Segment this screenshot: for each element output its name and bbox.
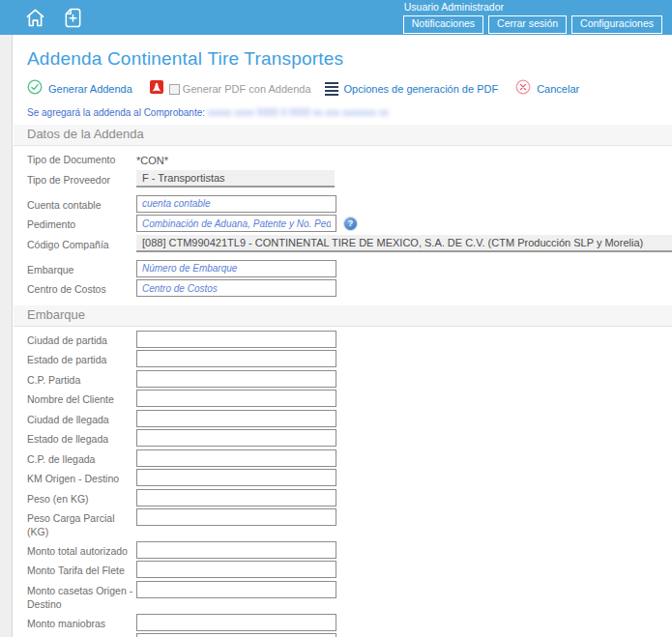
field-control-peso-en-kg bbox=[136, 489, 672, 507]
logout-button[interactable]: Cerrar sesión bbox=[488, 15, 567, 34]
field-label-centro-de-costos: Centro de Costos bbox=[27, 279, 136, 296]
field-label-km-origen-destino: KM Origen - Destino bbox=[27, 469, 136, 485]
input-monto-diesel[interactable] bbox=[136, 633, 336, 637]
input-peso-carga-parcial-kg[interactable] bbox=[136, 508, 336, 526]
generate-addenda-button[interactable]: Generar Addenda bbox=[27, 79, 132, 99]
section-title: Datos de la Addenda bbox=[27, 127, 144, 141]
field-label-codigo-compania: Código Compañía bbox=[27, 235, 136, 251]
pdf-options-button[interactable]: Opciones de generación de PDF bbox=[325, 82, 499, 97]
check-circle-icon bbox=[27, 79, 43, 99]
input-embarque[interactable] bbox=[136, 260, 336, 277]
field-label-peso-carga-parcial-kg: Peso Carga Parcial (KG) bbox=[27, 508, 136, 538]
input-estado-de-partida[interactable] bbox=[136, 350, 336, 367]
select-tipo-de-proveedor[interactable]: F - Transportistas bbox=[136, 170, 335, 188]
page-title: Addenda Continental Tire Transportes bbox=[14, 48, 672, 70]
left-sidebar-strip bbox=[0, 35, 13, 637]
field-label-monto-total-autorizado: Monto total autorizado bbox=[27, 541, 136, 558]
topbar-icons bbox=[23, 6, 84, 29]
form-row-monto-diesel: Monto Diesel bbox=[14, 633, 672, 637]
field-label-estado-de-partida: Estado de partida bbox=[27, 350, 136, 366]
field-label-pedimento: Pedimento bbox=[27, 215, 136, 231]
field-control-nombre-del-cliente bbox=[136, 390, 672, 407]
form-row-c-p-partida: C.P. Partida bbox=[14, 370, 672, 388]
field-control-cuenta-contable bbox=[136, 195, 672, 213]
input-monto-maniobras[interactable] bbox=[136, 614, 336, 631]
form-row-embarque: Embarque bbox=[14, 260, 672, 277]
form-row-monto-total-autorizado: Monto total autorizado bbox=[14, 541, 672, 559]
field-control-monto-maniobras bbox=[136, 614, 672, 631]
field-label-embarque: Embarque bbox=[27, 260, 136, 276]
field-control-monto-casetas-origen-destino bbox=[136, 581, 672, 598]
field-control-c-p-de-llegada bbox=[136, 449, 672, 467]
input-pedimento[interactable] bbox=[136, 215, 336, 232]
input-nombre-del-cliente[interactable] bbox=[136, 390, 336, 407]
field-control-tipo-de-documento: *CON* bbox=[136, 150, 672, 167]
topbar-user-area: Usuario Administrador Notificaciones Cer… bbox=[403, 0, 666, 37]
input-peso-en-kg[interactable] bbox=[136, 489, 336, 507]
field-control-monto-diesel bbox=[136, 633, 672, 637]
datos-rows: Tipo de Documento*CON*Tipo de ProveedorF… bbox=[14, 150, 672, 305]
section-header-datos: Datos de la Addenda bbox=[14, 125, 672, 146]
field-label-nombre-del-cliente: Nombre del Cliente bbox=[27, 390, 136, 406]
input-cuenta-contable[interactable] bbox=[136, 195, 336, 213]
field-control-c-p-partida bbox=[136, 370, 672, 388]
input-c-p-de-llegada[interactable] bbox=[136, 449, 336, 467]
field-label-ciudad-de-llegada: Ciudad de llegada bbox=[27, 410, 136, 426]
field-label-cuenta-contable: Cuenta contable bbox=[27, 195, 136, 212]
field-control-centro-de-costos bbox=[136, 279, 672, 297]
field-label-monto-tarifa-del-flete: Monto Tarifa del Flete bbox=[27, 561, 136, 577]
field-control-tipo-de-proveedor: F - Transportistas bbox=[136, 170, 672, 188]
form-row-cuenta-contable: Cuenta contable bbox=[14, 195, 672, 213]
field-control-km-origen-destino bbox=[136, 469, 672, 486]
form-row-tipo-de-proveedor: Tipo de ProveedorF - Transportistas bbox=[14, 170, 672, 188]
notifications-button[interactable]: Notificaciones bbox=[403, 15, 483, 34]
cancel-button[interactable]: Cancelar bbox=[515, 79, 579, 99]
field-label-tipo-de-documento: Tipo de Documento bbox=[27, 150, 136, 166]
embarque-rows: Ciudad de partidaEstado de partidaC.P. P… bbox=[14, 331, 672, 637]
topbar: Usuario Administrador Notificaciones Cer… bbox=[0, 0, 672, 35]
addenda-note: Se agregará la addenda al Comprobante: x… bbox=[14, 107, 672, 118]
input-centro-de-costos[interactable] bbox=[136, 279, 336, 297]
field-label-estado-de-llegada: Estado de llegada bbox=[27, 429, 136, 446]
input-monto-total-autorizado[interactable] bbox=[136, 541, 336, 559]
form-row-monto-casetas-origen-destino: Monto casetas Origen - Destino bbox=[14, 581, 672, 611]
toolbar: Generar Addenda Generar PDF con Addenda … bbox=[14, 79, 672, 99]
pdf-options-label: Opciones de generación de PDF bbox=[344, 83, 499, 95]
field-label-ciudad-de-partida: Ciudad de partida bbox=[27, 331, 136, 347]
form-row-ciudad-de-partida: Ciudad de partida bbox=[14, 331, 672, 348]
form-row-estado-de-partida: Estado de partida bbox=[14, 350, 672, 367]
select-codigo-compania[interactable]: [088] CTM990421TL9 - CONTINENTAL TIRE DE… bbox=[136, 235, 672, 252]
new-document-icon[interactable] bbox=[61, 6, 84, 29]
section-header-embarque: Embarque bbox=[14, 305, 672, 327]
section-datos-addenda: Datos de la Addenda Tipo de Documento*CO… bbox=[14, 125, 672, 305]
field-control-monto-tarifa-del-flete bbox=[136, 561, 672, 578]
generate-pdf-group: Generar PDF con Addenda bbox=[150, 80, 311, 98]
home-icon[interactable] bbox=[23, 6, 46, 29]
form-row-peso-en-kg: Peso (en KG) bbox=[14, 489, 672, 507]
form-row-km-origen-destino: KM Origen - Destino bbox=[14, 469, 672, 486]
input-estado-de-llegada[interactable] bbox=[136, 429, 336, 447]
input-ciudad-de-llegada[interactable] bbox=[136, 410, 336, 427]
topbar-buttons: Notificaciones Cerrar sesión Configuraci… bbox=[403, 15, 662, 34]
input-km-origen-destino[interactable] bbox=[136, 469, 336, 486]
field-control-peso-carga-parcial-kg bbox=[136, 508, 672, 526]
settings-button[interactable]: Configuraciones bbox=[571, 15, 662, 34]
field-label-c-p-partida: C.P. Partida bbox=[27, 370, 136, 387]
form-row-nombre-del-cliente: Nombre del Cliente bbox=[14, 390, 672, 407]
input-ciudad-de-partida[interactable] bbox=[136, 331, 336, 348]
field-label-monto-casetas-origen-destino: Monto casetas Origen - Destino bbox=[27, 581, 136, 611]
menu-lines-icon bbox=[325, 82, 338, 97]
input-monto-tarifa-del-flete[interactable] bbox=[136, 561, 336, 578]
form-row-centro-de-costos: Centro de Costos bbox=[14, 279, 672, 297]
help-icon[interactable]: ? bbox=[344, 217, 357, 230]
main-content: Addenda Continental Tire Transportes Gen… bbox=[14, 35, 672, 637]
field-control-monto-total-autorizado bbox=[136, 541, 672, 559]
section-title: Embarque bbox=[27, 307, 85, 322]
input-c-p-partida[interactable] bbox=[136, 370, 336, 388]
field-label-monto-maniobras: Monto maniobras bbox=[27, 614, 136, 630]
note-blurred-value: xxxxx xxxx 0000 0 0000 xx xxx xxxxxxx xx bbox=[208, 107, 389, 118]
input-monto-casetas-origen-destino[interactable] bbox=[136, 581, 336, 598]
generate-addenda-label: Generar Addenda bbox=[48, 83, 132, 95]
form-row-ciudad-de-llegada: Ciudad de llegada bbox=[14, 410, 672, 427]
generate-pdf-checkbox[interactable] bbox=[169, 84, 180, 95]
